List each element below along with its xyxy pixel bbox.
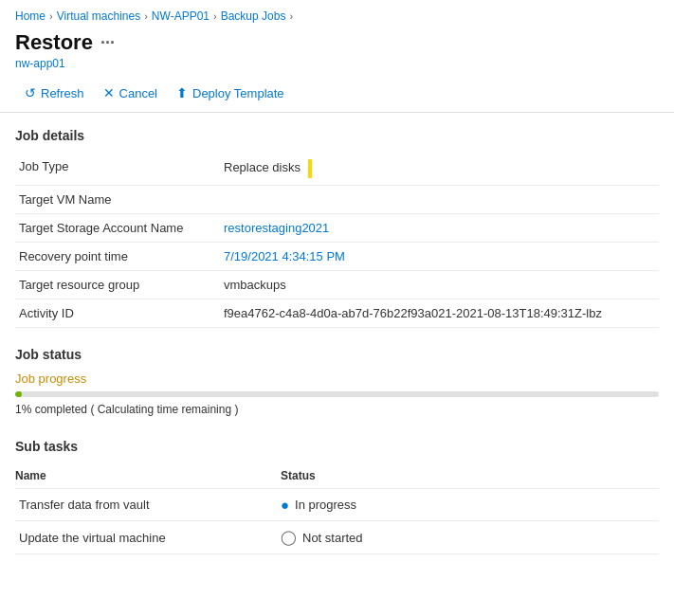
status-cell-notstarted: ◯ Not started xyxy=(281,529,651,546)
progress-text: 1% completed ( Calculating time remainin… xyxy=(15,403,659,416)
breadcrumb-sep1: › xyxy=(49,10,53,22)
recovery-point-label: Recovery point time xyxy=(15,243,224,271)
deploy-label: Deploy Template xyxy=(192,86,284,100)
sub-tasks-section: Sub tasks Name Status Transfer data from… xyxy=(0,424,674,554)
job-status-title: Job status xyxy=(15,347,659,362)
storage-account-value[interactable]: restorestaging2021 xyxy=(224,214,659,243)
subtask-update-name: Update the virtual machine xyxy=(15,521,281,554)
cancel-icon: ✕ xyxy=(103,85,115,100)
breadcrumb: Home › Virtual machines › NW-APP01 › Bac… xyxy=(0,0,674,28)
job-details-title: Job details xyxy=(15,128,659,143)
subtask-transfer-status: ● In progress xyxy=(281,489,659,521)
refresh-button[interactable]: ↺ Refresh xyxy=(15,82,94,104)
job-details-section: Job details Job Type Replace disks Targe… xyxy=(0,113,674,328)
breadcrumb-home[interactable]: Home xyxy=(15,9,46,23)
inprogress-label: In progress xyxy=(295,498,356,512)
job-details-table: Job Type Replace disks Target VM Name Ta… xyxy=(15,153,659,328)
recovery-point-value: 7/19/2021 4:34:15 PM xyxy=(224,243,659,271)
toolbar: ↺ Refresh ✕ Cancel ⬆ Deploy Template xyxy=(0,76,674,113)
table-row: Target VM Name xyxy=(15,186,659,214)
col-header-status: Status xyxy=(281,463,659,489)
activity-id-value: f9ea4762-c4a8-4d0a-ab7d-76b22f93a021-202… xyxy=(224,299,659,328)
breadcrumb-sep3: › xyxy=(213,10,217,22)
notstarted-label: Not started xyxy=(302,531,363,545)
deploy-icon: ⬆ xyxy=(176,85,188,100)
resource-group-value: vmbackups xyxy=(224,271,659,299)
breadcrumb-nwapp01[interactable]: NW-APP01 xyxy=(152,9,209,23)
subtask-update-status: ◯ Not started xyxy=(281,521,659,554)
refresh-label: Refresh xyxy=(41,86,84,100)
more-options-icon[interactable]: ··· xyxy=(100,33,115,53)
refresh-icon: ↺ xyxy=(25,85,36,100)
progress-bar-background xyxy=(15,391,659,397)
storage-account-label: Target Storage Account Name xyxy=(15,214,224,243)
resource-group-label: Target resource group xyxy=(15,271,224,299)
target-vm-label: Target VM Name xyxy=(15,186,224,214)
progress-bar-fill xyxy=(15,391,22,397)
page-title: Restore xyxy=(15,30,93,55)
inprogress-icon: ● xyxy=(281,497,289,513)
job-progress-label: Job progress xyxy=(15,371,659,386)
yellow-indicator xyxy=(308,159,312,178)
notstarted-icon: ◯ xyxy=(281,529,297,546)
cancel-label: Cancel xyxy=(119,86,157,100)
job-type-label: Job Type xyxy=(15,153,224,186)
sub-tasks-title: Sub tasks xyxy=(15,439,659,454)
job-status-section: Job status Job progress 1% completed ( C… xyxy=(0,335,674,416)
table-row: Activity ID f9ea4762-c4a8-4d0a-ab7d-76b2… xyxy=(15,299,659,328)
storage-account-link[interactable]: restorestaging2021 xyxy=(224,221,329,235)
job-type-value: Replace disks xyxy=(224,153,659,186)
col-header-name: Name xyxy=(15,463,281,489)
activity-id-label: Activity ID xyxy=(15,299,224,328)
sub-tasks-header-row: Name Status xyxy=(15,463,659,489)
breadcrumb-sep4: › xyxy=(289,10,293,22)
table-row: Target resource group vmbackups xyxy=(15,271,659,299)
sub-tasks-table: Name Status Transfer data from vault ● I… xyxy=(15,463,659,554)
page-title-container: Restore ··· xyxy=(0,28,674,55)
cancel-button[interactable]: ✕ Cancel xyxy=(94,82,167,104)
target-vm-value xyxy=(224,186,659,214)
breadcrumb-vms[interactable]: Virtual machines xyxy=(57,9,141,23)
breadcrumb-backupjobs[interactable]: Backup Jobs xyxy=(221,9,286,23)
table-row: Target Storage Account Name restorestagi… xyxy=(15,214,659,243)
recovery-point-link[interactable]: 7/19/2021 4:34:15 PM xyxy=(224,249,345,263)
subtask-row-update: Update the virtual machine ◯ Not started xyxy=(15,521,659,554)
subtask-transfer-name: Transfer data from vault xyxy=(15,489,281,521)
table-row: Job Type Replace disks xyxy=(15,153,659,186)
status-cell-inprogress: ● In progress xyxy=(281,497,651,513)
table-row: Recovery point time 7/19/2021 4:34:15 PM xyxy=(15,243,659,271)
deploy-template-button[interactable]: ⬆ Deploy Template xyxy=(167,82,294,104)
page-subtitle: nw-app01 xyxy=(0,55,674,76)
subtask-row-transfer: Transfer data from vault ● In progress xyxy=(15,489,659,521)
breadcrumb-sep2: › xyxy=(144,10,148,22)
